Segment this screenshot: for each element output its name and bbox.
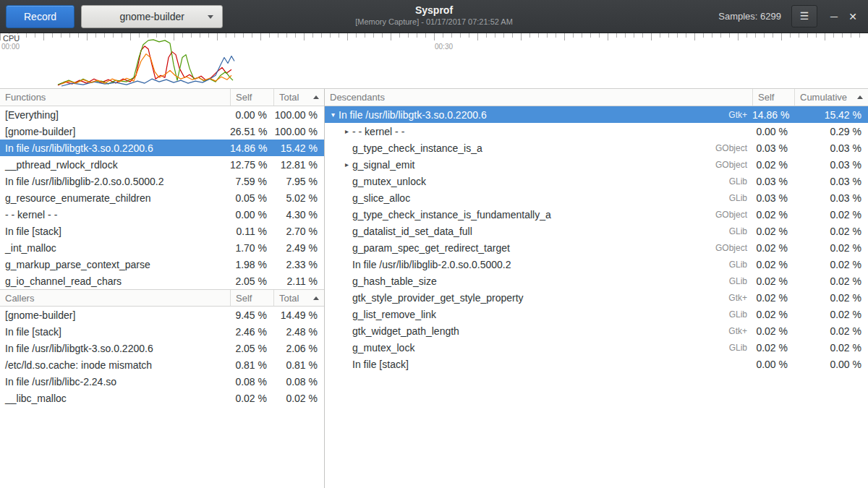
- function-name: In file /usr/lib/libglib-2.0.so.0.5000.2: [351, 259, 729, 270]
- column-header-self[interactable]: Self: [230, 290, 273, 306]
- total-percent: 2.70 %: [273, 226, 324, 237]
- total-percent: 2.33 %: [273, 259, 324, 270]
- total-percent: 0.02 %: [273, 393, 324, 404]
- table-row[interactable]: ▸- - kernel - -0.00 %0.29 %: [325, 123, 868, 140]
- tree-indent: [325, 181, 339, 181]
- column-header-cumulative[interactable]: Cumulative: [794, 89, 868, 106]
- table-row[interactable]: g_slice_allocGLib0.03 %0.03 %: [325, 189, 868, 206]
- column-header-total[interactable]: Total: [273, 290, 324, 306]
- function-name: __pthread_rwlock_rdlock: [0, 159, 230, 171]
- table-row[interactable]: [Everything]0.00 %100.00 %: [0, 106, 324, 123]
- record-button[interactable]: Record: [6, 5, 75, 28]
- self-percent: 0.00 %: [752, 359, 794, 370]
- self-percent: 7.59 %: [230, 176, 273, 187]
- expander-open-icon[interactable]: ▾: [325, 111, 337, 119]
- table-row[interactable]: g_datalist_id_set_data_fullGLib0.02 %0.0…: [325, 223, 868, 239]
- callers-table-header: Callers Self Total: [0, 289, 324, 307]
- table-row[interactable]: g_mutex_unlockGLib0.03 %0.03 %: [325, 173, 868, 189]
- column-header-self[interactable]: Self: [230, 89, 273, 106]
- column-header-total[interactable]: Total: [273, 89, 324, 106]
- minimize-button[interactable]: ─: [825, 6, 843, 27]
- minimize-icon: ─: [830, 11, 838, 22]
- function-name: In file [stack]: [0, 226, 230, 237]
- table-row[interactable]: [gnome-builder]26.51 %100.00 %: [0, 123, 324, 140]
- total-percent: 2.48 %: [273, 326, 324, 338]
- table-row[interactable]: g_param_spec_get_redirect_targetGObject0…: [325, 239, 868, 256]
- tree-indent: [325, 164, 339, 165]
- cpu-usage-line-cpu-orange: [61, 54, 231, 84]
- column-header-self[interactable]: Self: [752, 89, 794, 106]
- expander-closed-icon[interactable]: ▸: [339, 160, 351, 168]
- table-row[interactable]: g_type_check_instance_is_fundamentally_a…: [325, 206, 868, 223]
- table-row[interactable]: In file /usr/lib/libglib-2.0.so.0.5000.2…: [325, 256, 868, 273]
- tree-indent: [325, 314, 339, 314]
- total-percent: 0.81 %: [273, 359, 324, 371]
- self-percent: 0.02 %: [230, 393, 273, 404]
- sort-indicator-icon: [857, 95, 863, 99]
- table-row[interactable]: In file [stack]0.00 %0.00 %: [325, 356, 868, 372]
- function-name: g_io_channel_read_chars: [0, 275, 230, 287]
- cumulative-percent: 0.03 %: [794, 192, 868, 204]
- tree-indent: [325, 147, 339, 148]
- table-row[interactable]: g_mutex_lockGLib0.02 %0.02 %: [325, 339, 868, 356]
- expander-closed-icon[interactable]: ▸: [339, 127, 351, 135]
- table-row[interactable]: g_markup_parse_context_parse1.98 %2.33 %: [0, 256, 324, 273]
- table-row[interactable]: In file /usr/lib/libc-2.24.so0.08 %0.08 …: [0, 373, 324, 390]
- self-percent: 0.02 %: [752, 226, 794, 237]
- tree-indent: [325, 330, 339, 331]
- table-row[interactable]: In file [stack]2.46 %2.48 %: [0, 323, 324, 340]
- table-row[interactable]: [gnome-builder]9.45 %14.49 %: [0, 307, 324, 323]
- table-row[interactable]: In file /usr/lib/libgtk-3.so.0.2200.614.…: [0, 140, 324, 156]
- cumulative-percent: 0.03 %: [794, 159, 868, 171]
- table-row[interactable]: /etc/ld.so.cache: inode mismatch0.81 %0.…: [0, 356, 324, 373]
- table-row[interactable]: __pthread_rwlock_rdlock12.75 %12.81 %: [0, 156, 324, 173]
- self-percent: 0.00 %: [230, 209, 273, 221]
- table-row[interactable]: g_hash_table_sizeGLib0.02 %0.02 %: [325, 273, 868, 289]
- function-name: g_mutex_lock: [351, 342, 729, 354]
- table-row[interactable]: ▸g_signal_emitGObject0.02 %0.03 %: [325, 156, 868, 173]
- hamburger-menu-button[interactable]: ☰: [791, 5, 817, 27]
- library-label: GLib: [729, 343, 752, 353]
- self-percent: 0.02 %: [752, 309, 794, 320]
- column-header-functions[interactable]: Functions: [0, 89, 230, 106]
- column-header-total-label: Total: [279, 92, 299, 103]
- self-percent: 0.02 %: [752, 275, 794, 287]
- process-selector-dropdown[interactable]: gnome-builder: [81, 5, 223, 28]
- self-percent: 2.05 %: [230, 343, 273, 354]
- table-row[interactable]: In file /usr/lib/libglib-2.0.so.0.5000.2…: [0, 173, 324, 189]
- table-row[interactable]: In file /usr/lib/libgtk-3.so.0.2200.62.0…: [0, 340, 324, 356]
- table-row[interactable]: g_list_remove_linkGLib0.02 %0.02 %: [325, 306, 868, 322]
- total-percent: 0.08 %: [273, 376, 324, 388]
- table-row[interactable]: __libc_malloc0.02 %0.02 %: [0, 390, 324, 406]
- cumulative-percent: 0.02 %: [794, 209, 868, 221]
- table-row[interactable]: g_resource_enumerate_children0.05 %5.02 …: [0, 189, 324, 206]
- table-row[interactable]: g_io_channel_read_chars2.05 %2.11 %: [0, 273, 324, 289]
- function-name: gtk_style_provider_get_style_property: [351, 292, 728, 304]
- cumulative-percent: 0.03 %: [794, 142, 868, 154]
- table-row[interactable]: _int_malloc1.70 %2.49 %: [0, 239, 324, 256]
- table-row[interactable]: g_type_check_instance_is_aGObject0.03 %0…: [325, 140, 868, 156]
- function-name: g_param_spec_get_redirect_target: [351, 242, 715, 254]
- column-header-total-label: Total: [279, 293, 299, 304]
- close-button[interactable]: ✕: [843, 6, 862, 27]
- function-name: g_hash_table_size: [351, 275, 729, 287]
- samples-count: Samples: 6299: [718, 11, 781, 22]
- sysprof-window: Record gnome-builder Sysprof [Memory Cap…: [0, 0, 868, 488]
- self-percent: 0.08 %: [230, 376, 273, 388]
- cpu-timeline-graph[interactable]: CPU 00:00 00:30: [0, 33, 868, 89]
- process-selector-label: gnome-builder: [119, 11, 184, 22]
- total-percent: 2.49 %: [273, 242, 324, 254]
- column-header-descendants[interactable]: Descendants: [325, 89, 752, 106]
- self-percent: 1.98 %: [230, 259, 273, 270]
- table-row[interactable]: In file [stack]0.11 %2.70 %: [0, 223, 324, 239]
- library-label: GObject: [715, 243, 752, 253]
- table-row[interactable]: gtk_widget_path_lengthGtk+0.02 %0.02 %: [325, 322, 868, 339]
- function-name: [gnome-builder]: [0, 309, 230, 321]
- function-name: - - kernel - -: [0, 209, 230, 221]
- column-header-callers[interactable]: Callers: [0, 290, 230, 306]
- table-row[interactable]: - - kernel - -0.00 %4.30 %: [0, 206, 324, 223]
- self-percent: 0.03 %: [752, 142, 794, 154]
- table-row[interactable]: ▾In file /usr/lib/libgtk-3.so.0.2200.6Gt…: [325, 106, 868, 123]
- table-row[interactable]: gtk_style_provider_get_style_propertyGtk…: [325, 289, 868, 306]
- library-label: Gtk+: [728, 326, 752, 336]
